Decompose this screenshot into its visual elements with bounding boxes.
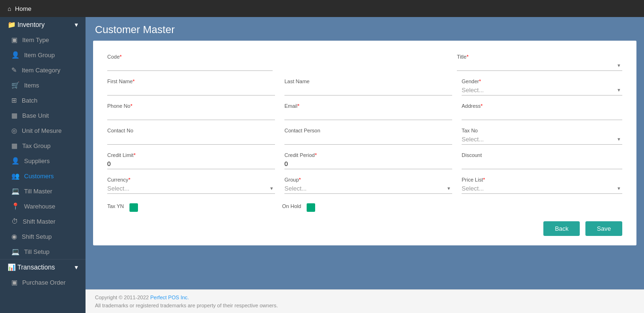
sidebar-item-batch[interactable]: ⊞ Batch: [0, 93, 86, 108]
creditlimit-input[interactable]: [107, 159, 275, 169]
contactno-label: Contact No: [107, 128, 275, 133]
content-area: Customer Master Code* Title*: [86, 17, 644, 313]
sidebar-item-label: Items: [24, 82, 39, 89]
sidebar-item-label: Tax Group: [22, 142, 51, 149]
sidebar-item-unit-of-mesure[interactable]: ◎ Unit of Mesure: [0, 123, 86, 138]
footer: Copyright © 2011-2022 Perfect POS Inc. A…: [86, 289, 644, 313]
gender-select[interactable]: Select...: [462, 85, 622, 95]
sidebar-item-base-unit[interactable]: ▦ Base Unit: [0, 108, 86, 123]
form-row-7: Tax YN On Hold: [107, 201, 622, 212]
form-row-2: First Name* Last Name Gender*: [107, 78, 622, 96]
form-group-lastname: Last Name: [284, 78, 452, 96]
form-group-group: Group* Select...: [284, 177, 452, 194]
form-group-onhold: On Hold: [282, 201, 447, 212]
inventory-label: Inventory: [17, 21, 45, 28]
home-label: Home: [15, 5, 32, 12]
form-group-taxno: Tax No Select...: [462, 128, 622, 145]
currency-select[interactable]: Select...: [107, 183, 275, 193]
contactperson-input[interactable]: [284, 134, 452, 145]
currency-select-wrapper: Select...: [107, 183, 275, 194]
batch-icon: ⊞: [11, 96, 17, 104]
sidebar-item-label: Item Group: [24, 52, 55, 59]
pricelist-select-wrapper: Select...: [462, 183, 622, 194]
sidebar-item-item-type[interactable]: ▣ Item Type: [0, 32, 86, 47]
page-header: Customer Master: [86, 17, 644, 41]
footer-company-link[interactable]: Perfect POS Inc.: [150, 295, 189, 300]
taxyn-checkbox-wrapper: [129, 203, 138, 212]
title-label: Title*: [457, 54, 622, 60]
contactno-input[interactable]: [107, 134, 275, 145]
back-button[interactable]: Back: [543, 221, 580, 236]
form-group-creditperiod: Credit Period*: [284, 152, 452, 169]
title-select[interactable]: [457, 61, 622, 70]
form-row-6: Currency* Select... Group*: [107, 177, 622, 194]
lastname-input[interactable]: [284, 85, 452, 96]
taxno-select[interactable]: Select...: [462, 134, 622, 144]
creditperiod-label: Credit Period*: [284, 152, 452, 158]
sidebar-item-suppliers[interactable]: 👤 Suppliers: [0, 153, 86, 168]
form-group-currency: Currency* Select...: [107, 177, 275, 194]
sidebar-group-inventory[interactable]: 📁 Inventory ▾: [0, 17, 86, 32]
item-group-icon: 👤: [11, 51, 19, 59]
taxno-select-wrapper: Select...: [462, 134, 622, 145]
sidebar-group-transactions[interactable]: 📊 Transactions ▾: [0, 259, 86, 275]
pricelist-select[interactable]: Select...: [462, 183, 622, 193]
sidebar-item-tax-group[interactable]: ▦ Tax Group: [0, 138, 86, 153]
form-card: Code* Title*: [93, 41, 636, 245]
onhold-checkbox-wrapper: [307, 203, 315, 212]
form-row-1: Code* Title*: [107, 54, 622, 71]
onhold-checkbox[interactable]: [307, 203, 315, 212]
address-input[interactable]: [462, 110, 622, 120]
code-label: Code*: [107, 54, 273, 60]
gender-select-wrapper: Select...: [462, 85, 622, 96]
sidebar-item-item-category[interactable]: ✎ Item Category: [0, 62, 86, 78]
sidebar-item-label: Batch: [22, 97, 37, 104]
transactions-chart-icon: 📊: [8, 263, 16, 271]
form-group-taxyn: Tax YN: [107, 201, 273, 212]
sidebar-item-shift-master[interactable]: ⏱ Shift Master: [0, 214, 86, 229]
form-group-discount: Discount: [462, 152, 622, 169]
sidebar-item-purchase-order[interactable]: ▣ Purchase Order: [0, 275, 86, 290]
form-actions: Back Save: [107, 221, 622, 236]
discount-input[interactable]: [462, 159, 622, 169]
sidebar-item-label: Shift Master: [23, 218, 55, 225]
taxyn-label: Tax YN: [107, 203, 124, 209]
code-input[interactable]: [107, 61, 273, 71]
sidebar-item-shift-setup[interactable]: ◉ Shift Setup: [0, 229, 86, 244]
firstname-label: First Name*: [107, 78, 275, 84]
phoneno-input[interactable]: [107, 110, 275, 120]
base-unit-icon: ▦: [11, 112, 17, 119]
sidebar-item-items[interactable]: 🛒 Items: [0, 78, 86, 93]
tax-group-icon: ▦: [11, 142, 17, 149]
sidebar-item-item-group[interactable]: 👤 Item Group: [0, 47, 86, 62]
email-label: Email*: [284, 103, 452, 109]
sidebar-item-till-setup[interactable]: 💻 Till Setup: [0, 244, 86, 259]
email-input[interactable]: [284, 110, 452, 120]
taxyn-checkbox[interactable]: [129, 203, 138, 212]
folder-icon: 📁: [8, 21, 16, 28]
form-group-firstname: First Name*: [107, 78, 275, 96]
sidebar-item-label: Customers: [24, 173, 54, 180]
sidebar-item-label: Item Category: [22, 67, 60, 74]
purchase-order-icon: ▣: [11, 278, 17, 286]
form-group-title: Title*: [457, 54, 622, 71]
transactions-label: Transactions: [17, 263, 55, 271]
inventory-chevron: ▾: [75, 21, 78, 28]
onhold-label: On Hold: [282, 203, 301, 209]
sidebar-item-till-master[interactable]: 💻 Till Master: [0, 183, 86, 199]
group-select[interactable]: Select...: [284, 183, 452, 193]
form-group-email: Email*: [284, 103, 452, 120]
creditperiod-input[interactable]: [284, 159, 452, 169]
sidebar-item-label: Till Master: [24, 188, 52, 195]
group-select-wrapper: Select...: [284, 183, 452, 194]
footer-line2: All trademarks or registered trademarks …: [95, 302, 635, 310]
sidebar-item-customers[interactable]: 👥 Customers: [0, 168, 86, 183]
sidebar-item-label: Warehouse: [24, 203, 55, 210]
firstname-input[interactable]: [107, 85, 275, 96]
save-button[interactable]: Save: [585, 221, 622, 236]
items-icon: 🛒: [11, 81, 19, 89]
phoneno-label: Phone No*: [107, 103, 275, 109]
form-group-creditlimit: Credit Limit*: [107, 152, 275, 169]
sidebar-item-warehouse[interactable]: 📍 Warehouse: [0, 199, 86, 214]
gender-label: Gender*: [462, 78, 622, 84]
